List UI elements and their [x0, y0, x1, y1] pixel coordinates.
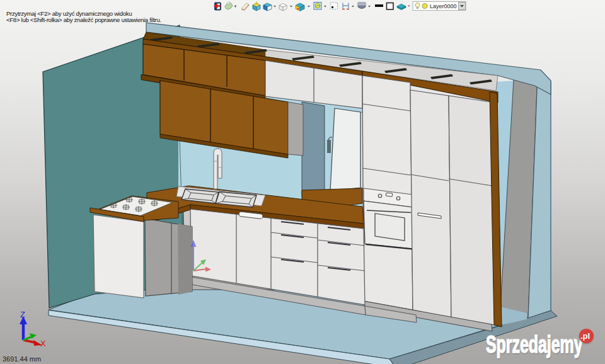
svg-text:Z: Z — [20, 310, 25, 319]
svg-text:Layer0000: Layer0000 — [430, 3, 457, 9]
svg-text:X: X — [40, 339, 46, 348]
